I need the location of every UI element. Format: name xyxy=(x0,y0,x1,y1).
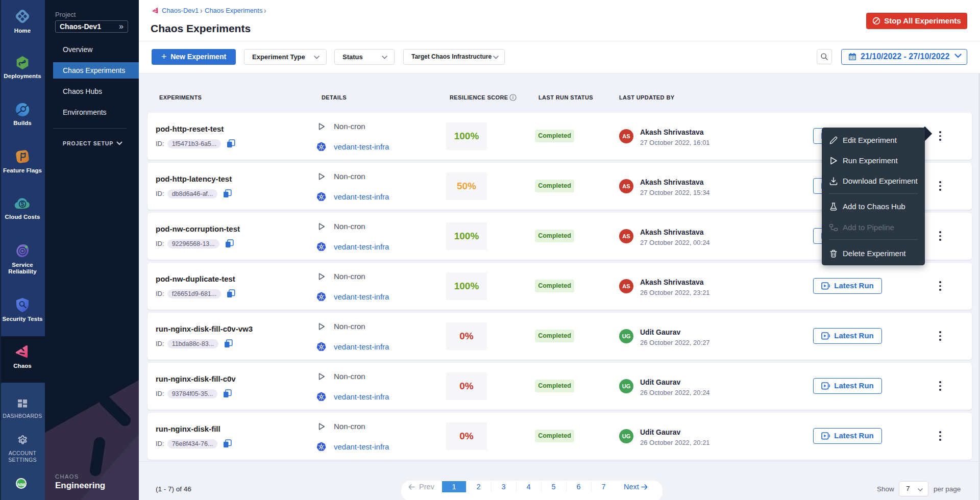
svg-text:$: $ xyxy=(21,201,24,208)
